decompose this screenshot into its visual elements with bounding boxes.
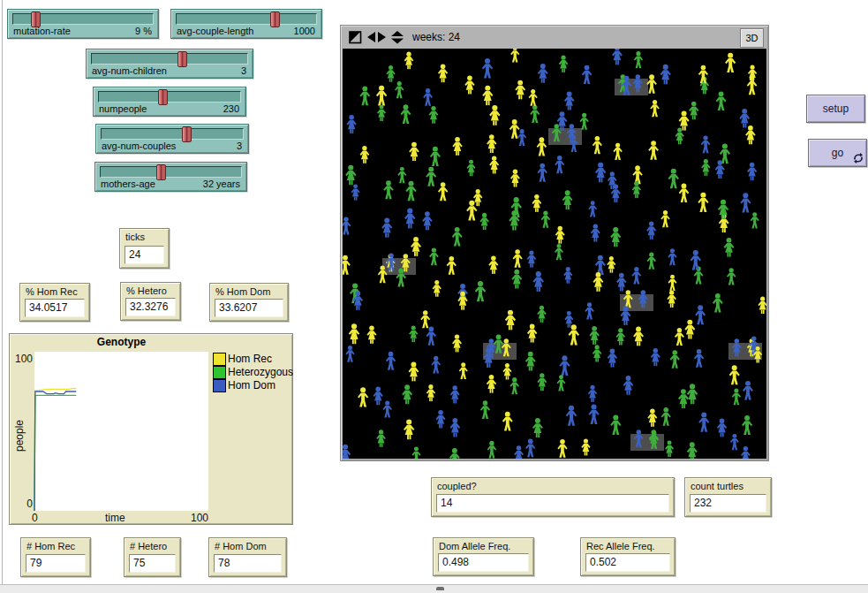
slider-label: avg-num-children — [92, 65, 167, 76]
go-button[interactable]: go — [808, 139, 867, 167]
person-turtle — [343, 445, 351, 459]
slider-groove[interactable] — [12, 13, 154, 25]
person-turtle — [668, 248, 676, 265]
person-turtle — [482, 58, 493, 79]
slider-numpeople[interactable]: numpeople230 — [93, 87, 246, 117]
person-turtle — [661, 407, 671, 426]
person-turtle — [745, 125, 755, 144]
person-turtle — [438, 64, 448, 82]
slider-handle[interactable] — [158, 89, 168, 105]
monitor-value: 75 — [129, 554, 176, 573]
monitor-dom-allele-freq-: Dom Allele Freq.0.498 — [433, 537, 534, 576]
person-turtle — [514, 445, 524, 459]
person-turtle — [732, 388, 741, 405]
person-turtle — [404, 209, 415, 229]
world-canvas[interactable] — [343, 49, 766, 459]
person-turtle — [430, 147, 441, 166]
slider-handle[interactable] — [182, 126, 192, 142]
person-turtle — [395, 81, 404, 98]
person-turtle — [743, 381, 753, 400]
person-turtle — [557, 375, 566, 391]
slider-handle[interactable] — [270, 11, 280, 27]
slider-label: avg-num-couples — [102, 141, 176, 151]
person-turtle — [689, 102, 698, 120]
person-turtle — [426, 327, 436, 346]
setup-button[interactable]: setup — [806, 95, 865, 123]
person-turtle — [698, 413, 709, 432]
person-turtle — [376, 430, 386, 447]
slider-avg-couple-length[interactable]: avg-couple-length1000 — [170, 9, 322, 39]
slider-groove[interactable] — [176, 13, 317, 25]
legend-label: Heterozygous — [228, 366, 293, 378]
command-center-bar[interactable] — [0, 584, 868, 593]
person-turtle — [423, 88, 433, 106]
slider-groove[interactable] — [100, 166, 242, 178]
slider-mutation-rate[interactable]: mutation-rate9 % — [7, 9, 159, 39]
person-turtle — [366, 326, 376, 344]
monitor-label: % Hom Dom — [215, 286, 270, 297]
person-turtle — [701, 159, 710, 176]
person-turtle — [429, 247, 439, 265]
person-turtle — [449, 448, 460, 459]
person-turtle — [538, 64, 548, 83]
slider-mothers-age[interactable]: mothers-age32 years — [94, 162, 247, 192]
slider-handle[interactable] — [177, 51, 187, 67]
monitor-label: ticks — [125, 232, 145, 242]
monitor-label: % Hom Rec — [26, 286, 78, 297]
person-turtle — [751, 212, 759, 228]
monitor-coupled-: coupled?14 — [431, 477, 675, 517]
person-turtle — [433, 280, 442, 297]
person-turtle — [670, 350, 680, 369]
view-3d-button[interactable]: 3D — [740, 28, 764, 48]
slider-avg-num-couples[interactable]: avg-num-couples3 — [95, 124, 249, 154]
person-turtle — [480, 400, 490, 419]
legend-label: Hom Dom — [228, 379, 275, 392]
person-turtle — [559, 56, 569, 72]
person-turtle — [678, 389, 689, 408]
slider-avg-num-children[interactable]: avg-num-children3 — [86, 49, 253, 79]
person-turtle — [422, 211, 432, 230]
person-turtle — [727, 268, 736, 285]
person-turtle — [646, 222, 656, 239]
person-turtle — [610, 415, 621, 435]
person-turtle — [555, 244, 563, 260]
person-turtle — [623, 376, 634, 395]
person-turtle — [667, 291, 676, 308]
person-turtle — [740, 193, 751, 212]
person-turtle — [402, 384, 412, 404]
person-turtle — [555, 226, 565, 244]
monitor-label: coupled? — [437, 481, 477, 491]
person-turtle — [611, 184, 621, 202]
person-turtle — [411, 446, 420, 459]
slider-groove[interactable] — [98, 91, 241, 103]
world-turtles — [343, 49, 766, 459]
vertical-arrows-icon[interactable] — [390, 31, 405, 44]
person-turtle — [588, 404, 599, 423]
person-turtle — [675, 328, 684, 346]
command-center-handle[interactable] — [436, 587, 444, 590]
legend-swatch — [213, 379, 226, 392]
person-turtle — [409, 325, 418, 342]
monitor-value: 78 — [214, 554, 282, 573]
person-turtle — [607, 256, 615, 273]
person-turtle — [530, 105, 540, 123]
slider-groove[interactable] — [91, 53, 248, 65]
slider-handle[interactable] — [156, 164, 166, 180]
slider-label: numpeople — [99, 103, 147, 114]
slider-groove[interactable] — [101, 128, 244, 140]
person-turtle — [404, 420, 414, 440]
person-turtle — [405, 181, 416, 201]
person-turtle — [525, 352, 536, 371]
person-turtle — [511, 270, 522, 289]
horizontal-arrows-icon[interactable] — [366, 31, 389, 44]
monitor-label: # Hom Rec — [26, 541, 75, 551]
person-turtle — [383, 180, 393, 199]
weeks-counter: weeks: 24 — [412, 31, 460, 43]
legend-label: Hom Rec — [228, 353, 272, 365]
monitor-value: 0.498 — [438, 553, 529, 572]
person-turtle — [668, 169, 679, 189]
person-turtle — [533, 271, 544, 292]
x-tick-max: 100 — [191, 512, 208, 524]
resize-view-icon[interactable] — [349, 31, 362, 44]
person-turtle — [349, 323, 359, 344]
